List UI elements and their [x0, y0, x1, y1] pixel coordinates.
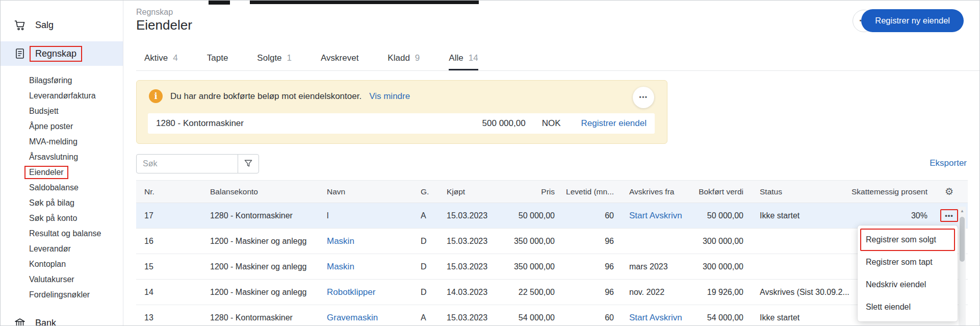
sidebar-item-regnskap[interactable]: Regnskap — [1, 41, 123, 66]
table-row[interactable]: 171280 - KontormaskinerlA15.03.202350 00… — [136, 203, 968, 229]
sidebar-sub-list: BilagsføringLeverandørfakturaBudsjettÅpn… — [1, 73, 123, 303]
tab-bar: Aktive4TapteSolgte1AvskrevetKladd9Alle14 — [136, 46, 979, 71]
info-banner: i Du har andre bokførte beløp mot eiende… — [136, 80, 667, 144]
search-input[interactable] — [136, 154, 238, 173]
tab-alle[interactable]: Alle14 — [449, 46, 478, 70]
tab-label: Avskrevet — [321, 53, 358, 63]
cell-avskrives-fra: mars 2023 — [618, 262, 694, 271]
tab-label: Solgte — [257, 53, 281, 63]
cell-balansekonto: 1280 - Kontormaskiner — [210, 211, 327, 220]
register-asset-link[interactable]: Registrer eiendel — [581, 118, 647, 129]
sidebar-item-label: Årsavslutning — [29, 153, 78, 162]
table-row[interactable]: 131280 - KontormaskinerGravemaskinA15.03… — [136, 305, 968, 326]
page-title: Eiendeler — [136, 17, 192, 33]
row-menu-button[interactable]: ••• — [945, 212, 953, 219]
sidebar-item-s-k-p-konto[interactable]: Søk på konto — [1, 211, 123, 226]
cell-gruppe: D — [421, 262, 447, 271]
tab-avskrevet[interactable]: Avskrevet — [321, 46, 358, 70]
column-header-nr: Nr. — [136, 187, 210, 196]
tab-tapte[interactable]: Tapte — [207, 46, 228, 70]
scroll-up-icon[interactable]: ▲ — [959, 207, 966, 215]
cell-levetid: 96 — [559, 237, 618, 246]
cell-kjopt: 15.03.2023 — [447, 237, 500, 246]
cell-navn[interactable]: Maskin — [327, 236, 421, 246]
banner-more-button[interactable]: ••• — [633, 87, 654, 108]
column-header-g: G. — [421, 187, 447, 196]
menu-item-nedskriv-eiendel[interactable]: Nedskriv eiendel — [858, 273, 958, 296]
sidebar-item-label: Salg — [35, 20, 54, 31]
cell-balansekonto: 1280 - Kontormaskiner — [210, 313, 327, 322]
sidebar-item-bank[interactable]: Bank — [1, 311, 123, 326]
sidebar-item-rsavslutning[interactable]: Årsavslutning — [1, 149, 123, 165]
tab-label: Tapte — [207, 53, 228, 63]
info-icon: i — [149, 89, 163, 103]
cell-bokfort-verdi: 300 000,00 — [694, 262, 747, 271]
filter-button[interactable] — [238, 154, 259, 173]
tab-kladd[interactable]: Kladd9 — [388, 46, 420, 70]
export-link[interactable]: Eksporter — [930, 158, 967, 168]
sidebar-item-label: Leverandør — [29, 244, 71, 254]
sidebar-item-label: Leverandørfaktura — [29, 91, 96, 101]
menu-item-registrer-som-solgt[interactable]: Registrer som solgt — [860, 229, 955, 251]
cell-avskrives-fra: nov. 2022 — [618, 288, 694, 297]
cell-navn[interactable]: Gravemaskin — [327, 313, 421, 323]
cell-balansekonto: 1200 - Maskiner og anlegg — [210, 237, 327, 246]
cell-navn[interactable]: Robotklipper — [327, 287, 421, 297]
menu-item-slett-eiendel[interactable]: Slett eiendel — [858, 296, 958, 318]
tab-solgte[interactable]: Solgte1 — [257, 46, 292, 70]
sidebar-item-saldobalanse[interactable]: Saldobalanse — [1, 180, 123, 195]
sidebar-item-leverand-r[interactable]: Leverandør — [1, 241, 123, 257]
sidebar-item-pne-poster[interactable]: Åpne poster — [1, 119, 123, 134]
app-window: Salg Regnskap BilagsføringLeverandørfakt… — [0, 0, 980, 326]
scrollbar-thumb[interactable] — [960, 217, 965, 262]
sidebar-item-label: Bank — [35, 318, 56, 326]
cell-bokfort-verdi: 54 000,00 — [694, 313, 747, 322]
table-row[interactable]: 161200 - Maskiner og anleggMaskinD15.03.… — [136, 229, 968, 254]
sidebar-item-label: Saldobalanse — [29, 183, 79, 192]
sidebar-item-label: Eiendeler — [24, 166, 68, 179]
cell-levetid: 60 — [559, 313, 618, 322]
sidebar-item-valutakurser[interactable]: Valutakurser — [1, 272, 123, 287]
cell-kjopt: 15.03.2023 — [447, 211, 500, 220]
cell-status: Ikke startet — [747, 211, 850, 220]
cell-avskrives-fra[interactable]: Start Avskrivn — [618, 211, 694, 221]
sidebar-item-label: Budsjett — [29, 107, 59, 116]
show-less-link[interactable]: Vis mindre — [369, 91, 410, 102]
cell-balansekonto: 1200 - Maskiner og anlegg — [210, 262, 327, 271]
sidebar-item-s-k-p-bilag[interactable]: Søk på bilag — [1, 195, 123, 211]
tab-count: 4 — [173, 53, 177, 63]
cell-status: Avskrives (Sist 30.09.2... — [747, 288, 850, 297]
tab-label: Alle — [449, 53, 463, 63]
sidebar-item-budsjett[interactable]: Budsjett — [1, 104, 123, 119]
cell-navn: l — [327, 211, 421, 220]
cell-gruppe: D — [421, 237, 447, 246]
register-new-asset-button[interactable]: Registrer ny eiendel — [861, 9, 964, 32]
cell-gruppe: D — [421, 288, 447, 297]
sidebar-item-label: Resultat og balanse — [29, 229, 101, 238]
sidebar-item-salg[interactable]: Salg — [1, 13, 123, 37]
sidebar-item-eiendeler[interactable]: Eiendeler — [1, 165, 123, 180]
tab-label: Kladd — [388, 53, 409, 63]
cell-avskrives-fra[interactable]: Start Avskrivn — [618, 313, 694, 323]
menu-item-registrer-som-tapt[interactable]: Registrer som tapt — [858, 251, 958, 273]
column-header-levetid-mn: Levetid (mn... — [559, 187, 618, 196]
sidebar-item-kontoplan[interactable]: Kontoplan — [1, 257, 123, 272]
gear-icon[interactable]: ⚙ — [945, 186, 953, 197]
sidebar-item-resultat-og-balanse[interactable]: Resultat og balanse — [1, 226, 123, 241]
main-content: Regnskap Eiendeler ••• Registrer ny eien… — [123, 1, 979, 325]
vertical-scrollbar[interactable]: ▲ — [959, 207, 966, 325]
table-header: Nr.BalansekontoNavnG.KjøptPrisLevetid (m… — [136, 180, 968, 203]
tab-aktive[interactable]: Aktive4 — [144, 46, 178, 70]
sidebar-item-leverand-rfaktura[interactable]: Leverandørfaktura — [1, 88, 123, 104]
account-currency: NOK — [542, 118, 561, 129]
sidebar-item-fordelingsn-kler[interactable]: Fordelingsnøkler — [1, 287, 123, 303]
cell-kjopt: 15.03.2023 — [447, 313, 500, 322]
table-row[interactable]: 151200 - Maskiner og anleggMaskinD15.03.… — [136, 254, 968, 280]
cell-navn[interactable]: Maskin — [327, 262, 421, 272]
table-row[interactable]: 141200 - Maskiner og anleggRobotklipperD… — [136, 280, 968, 305]
cell-nr: 17 — [136, 211, 210, 220]
cell-gruppe: A — [421, 211, 447, 220]
sidebar-item-mva-melding[interactable]: MVA-melding — [1, 134, 123, 149]
sidebar-item-bilagsf-ring[interactable]: Bilagsføring — [1, 73, 123, 88]
cell-pris: 54 000,00 — [500, 313, 559, 322]
